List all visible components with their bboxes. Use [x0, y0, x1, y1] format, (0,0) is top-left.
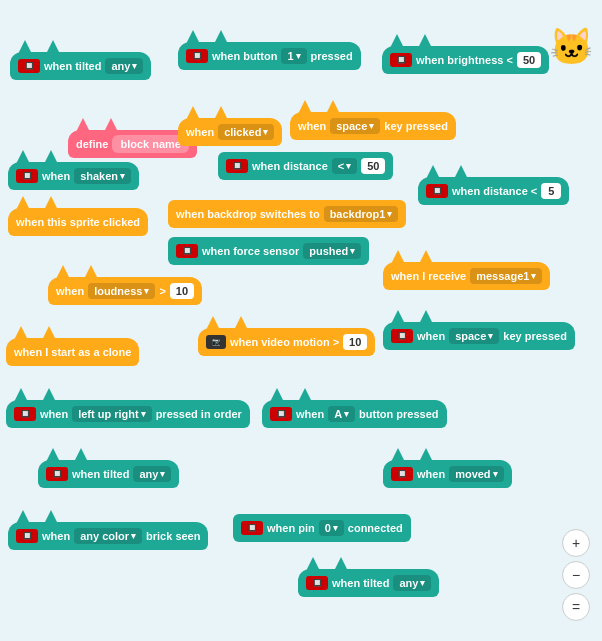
video-input[interactable]: 10 [343, 334, 367, 350]
microbit-icon-19: 🔲 [270, 407, 292, 421]
when-label-8: when [42, 170, 70, 182]
clone-label: when I start as a clone [14, 346, 131, 358]
block-force-sensor[interactable]: 🔲 when force sensor pushed [168, 237, 369, 265]
block-when-brightness[interactable]: 🔲 when brightness < 50 [382, 34, 549, 74]
video-label: when video motion > [230, 336, 339, 348]
microbit-icon-24: 🔲 [306, 576, 328, 590]
brick-seen-label: brick seen [146, 530, 200, 542]
dropdown-op-1[interactable]: < [332, 158, 357, 174]
loudness-input[interactable]: 10 [170, 283, 194, 299]
dropdown-space-2[interactable]: space [449, 328, 499, 344]
dist-label-1: when distance [252, 160, 328, 172]
microbit-icon-2: 🔲 [186, 49, 208, 63]
microbit-icon-12: 🔲 [176, 244, 198, 258]
dropdown-tilt-2[interactable]: any [133, 466, 171, 482]
pin-label: when pin [267, 522, 315, 534]
block-sprite-clicked[interactable]: when this sprite clicked [8, 196, 148, 236]
when-label-5: when [186, 126, 214, 138]
microbit-icon-20: 🔲 [46, 467, 68, 481]
backdrop-label: when backdrop switches to [176, 208, 320, 220]
sprite-click-label: when this sprite clicked [16, 216, 140, 228]
microbit-icon-8: 🔲 [16, 169, 38, 183]
microbit-icon-9: 🔲 [426, 184, 448, 198]
dist-input-2[interactable]: 5 [541, 183, 561, 199]
brightness-input[interactable]: 50 [517, 52, 541, 68]
zoom-reset-button[interactable]: = [562, 593, 590, 621]
tilted-label-3: when tilted [332, 577, 389, 589]
block-video-motion[interactable]: 📷 when video motion > 10 [198, 316, 375, 356]
block-label-3: when brightness < [416, 54, 513, 66]
microbit-icon-16: 🔲 [391, 329, 413, 343]
microbit-icon-18: 🔲 [14, 407, 36, 421]
block-when-moved[interactable]: 🔲 when moved [383, 448, 512, 488]
zoom-controls: + − = [562, 529, 590, 621]
microbit-icon-21: 🔲 [391, 467, 413, 481]
block-when-tilted-1[interactable]: 🔲 when tilted any [10, 40, 151, 80]
block-when-receive[interactable]: when I receive message1 [383, 250, 550, 290]
dropdown-backdrop[interactable]: backdrop1 [324, 206, 399, 222]
scratch-cat: 🐱 [549, 26, 594, 68]
block-when-clicked[interactable]: when clicked [178, 106, 282, 146]
block-when-shaken[interactable]: 🔲 when shaken [8, 150, 139, 190]
block-label: when tilted [44, 60, 101, 72]
block-clone[interactable]: when I start as a clone [6, 326, 139, 366]
loudness-when: when [56, 285, 84, 297]
block-pin-connected[interactable]: 🔲 when pin 0 connected [233, 514, 411, 542]
block-when-btn-a[interactable]: 🔲 when A button pressed [262, 388, 447, 428]
dropdown-shaken[interactable]: shaken [74, 168, 131, 184]
dist-label-2: when distance < [452, 185, 537, 197]
camera-icon: 📷 [206, 335, 226, 349]
dropdown-moved[interactable]: moved [449, 466, 503, 482]
block-when-sequence[interactable]: 🔲 when left up right pressed in order [6, 388, 250, 428]
microbit-icon-3: 🔲 [390, 53, 412, 67]
microbit-icon: 🔲 [18, 59, 40, 73]
microbit-icon-23: 🔲 [241, 521, 263, 535]
block-when-distance-1[interactable]: 🔲 when distance < 50 [218, 152, 393, 180]
force-label: when force sensor [202, 245, 299, 257]
when-label-19: when [296, 408, 324, 420]
dropdown-force[interactable]: pushed [303, 243, 361, 259]
dropdown-btn-a[interactable]: A [328, 406, 355, 422]
block-when-distance-2[interactable]: 🔲 when distance < 5 [418, 165, 569, 205]
block-backdrop-switch[interactable]: when backdrop switches to backdrop1 [168, 200, 406, 228]
block-tilted-2[interactable]: 🔲 when tilted any [38, 448, 179, 488]
dropdown-space-1[interactable]: space [330, 118, 380, 134]
when-label-16: when [417, 330, 445, 342]
dropdown-message[interactable]: message1 [470, 268, 542, 284]
dropdown-tilt[interactable]: any [105, 58, 143, 74]
dist-input-1[interactable]: 50 [361, 158, 385, 174]
microbit-icon-7: 🔲 [226, 159, 248, 173]
pressed-order-label: pressed in order [156, 408, 242, 420]
when-label-6: when [298, 120, 326, 132]
zoom-in-button[interactable]: + [562, 529, 590, 557]
block-when-button-pressed[interactable]: 🔲 when button 1 pressed [178, 30, 361, 70]
dropdown-loudness[interactable]: loudness [88, 283, 155, 299]
block-label-2: when button [212, 50, 277, 62]
dropdown-clicked[interactable]: clicked [218, 124, 274, 140]
tilted-label-2: when tilted [72, 468, 129, 480]
key-pressed-label-2: key pressed [503, 330, 567, 342]
when-label-18: when [40, 408, 68, 420]
microbit-icon-22: 🔲 [16, 529, 38, 543]
block-brick-seen[interactable]: 🔲 when any color brick seen [8, 510, 208, 550]
define-label: define [76, 138, 108, 150]
dropdown-sequence[interactable]: left up right [72, 406, 152, 422]
moved-when: when [417, 468, 445, 480]
dropdown-tilt-3[interactable]: any [393, 575, 431, 591]
dropdown-pin[interactable]: 0 [319, 520, 344, 536]
receive-label: when I receive [391, 270, 466, 282]
zoom-out-button[interactable]: − [562, 561, 590, 589]
block-when-key-pressed-1[interactable]: when space key pressed [290, 100, 456, 140]
dropdown-btn-num[interactable]: 1 [281, 48, 306, 64]
block-when-loudness[interactable]: when loudness > 10 [48, 265, 202, 305]
btn-pressed-label: button pressed [359, 408, 438, 420]
brick-when: when [42, 530, 70, 542]
loudness-op: > [159, 285, 165, 297]
block-when-key-teal[interactable]: 🔲 when space key pressed [383, 310, 575, 350]
connected-label: connected [348, 522, 403, 534]
block-label-2b: pressed [311, 50, 353, 62]
block-tilted-3[interactable]: 🔲 when tilted any [298, 557, 439, 597]
key-pressed-label-1: key pressed [384, 120, 448, 132]
dropdown-color[interactable]: any color [74, 528, 142, 544]
